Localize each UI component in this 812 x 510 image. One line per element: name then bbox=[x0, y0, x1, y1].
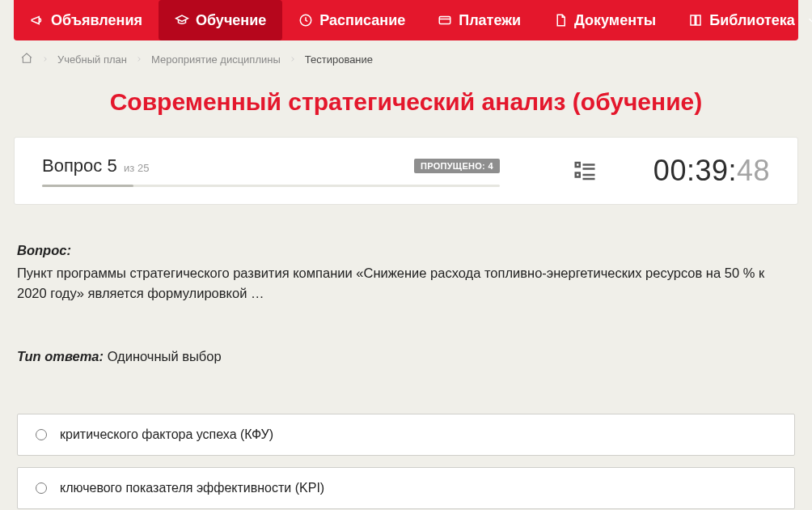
answer-radio[interactable] bbox=[36, 482, 47, 494]
answer-type-label: Тип ответа: bbox=[17, 349, 104, 363]
timer-main: 00:39: bbox=[653, 154, 737, 187]
answer-radio[interactable] bbox=[36, 429, 47, 440]
nav-label: Обучение bbox=[196, 12, 266, 29]
chevron-down-icon bbox=[805, 13, 812, 28]
question-list-icon[interactable] bbox=[573, 159, 597, 183]
nav-label: Платежи bbox=[459, 12, 521, 29]
nav-label: Библиотека bbox=[709, 12, 795, 29]
megaphone-icon bbox=[30, 13, 44, 28]
main-navbar: Объявления Обучение Расписание Платежи bbox=[14, 0, 798, 40]
nav-label: Расписание bbox=[319, 12, 405, 29]
svg-rect-2 bbox=[576, 163, 580, 167]
grad-cap-icon bbox=[175, 13, 189, 28]
breadcrumb-testing: Тестирование bbox=[305, 53, 373, 66]
question-label: Вопрос: bbox=[17, 243, 71, 257]
book-icon bbox=[688, 13, 703, 28]
chevron-right-icon bbox=[135, 53, 143, 66]
answers-list: критического фактора успеха (КФУ) ключев… bbox=[14, 414, 798, 509]
timer-seconds: 48 bbox=[737, 154, 770, 187]
svg-rect-1 bbox=[439, 17, 450, 24]
breadcrumb: Учебный план Мероприятие дисциплины Тест… bbox=[14, 40, 798, 79]
progress-bar bbox=[42, 185, 500, 187]
nav-schedule[interactable]: Расписание bbox=[282, 0, 421, 40]
card-icon bbox=[438, 13, 452, 28]
test-status-card: Вопрос 5 из 25 ПРОПУЩЕНО: 4 00:39:48 bbox=[14, 137, 798, 205]
progress-fill bbox=[42, 185, 133, 187]
answer-option[interactable]: ключевого показателя эффективности (KPI) bbox=[17, 467, 795, 509]
home-icon[interactable] bbox=[20, 52, 33, 67]
question-total: из 25 bbox=[124, 162, 149, 174]
answer-text: критического фактора успеха (КФУ) bbox=[60, 427, 273, 442]
doc-icon bbox=[553, 13, 568, 28]
nav-learning[interactable]: Обучение bbox=[159, 0, 282, 40]
page-title: Современный стратегический анализ (обуче… bbox=[14, 79, 798, 137]
nav-label: Объявления bbox=[51, 12, 142, 29]
svg-rect-3 bbox=[576, 173, 580, 177]
nav-library[interactable]: Библиотека bbox=[672, 0, 812, 40]
timer: 00:39:48 bbox=[653, 154, 770, 188]
nav-announcements[interactable]: Объявления bbox=[14, 0, 159, 40]
question-number: Вопрос 5 bbox=[42, 155, 117, 176]
nav-payments[interactable]: Платежи bbox=[421, 0, 537, 40]
breadcrumb-discipline-event[interactable]: Мероприятие дисциплины bbox=[151, 53, 281, 66]
chevron-right-icon bbox=[41, 53, 49, 66]
answer-type-value: Одиночный выбор bbox=[108, 349, 222, 363]
nav-label: Документы bbox=[574, 12, 656, 29]
clock-icon bbox=[298, 13, 313, 28]
question-block: Вопрос: Пункт программы стратегического … bbox=[14, 205, 798, 367]
question-text: Пункт программы стратегического развития… bbox=[17, 263, 795, 304]
nav-documents[interactable]: Документы bbox=[537, 0, 672, 40]
answer-option[interactable]: критического фактора успеха (КФУ) bbox=[17, 414, 795, 456]
answer-text: ключевого показателя эффективности (KPI) bbox=[60, 481, 324, 495]
skipped-badge: ПРОПУЩЕНО: 4 bbox=[414, 159, 500, 173]
breadcrumb-study-plan[interactable]: Учебный план bbox=[57, 53, 127, 66]
chevron-right-icon bbox=[289, 53, 297, 66]
